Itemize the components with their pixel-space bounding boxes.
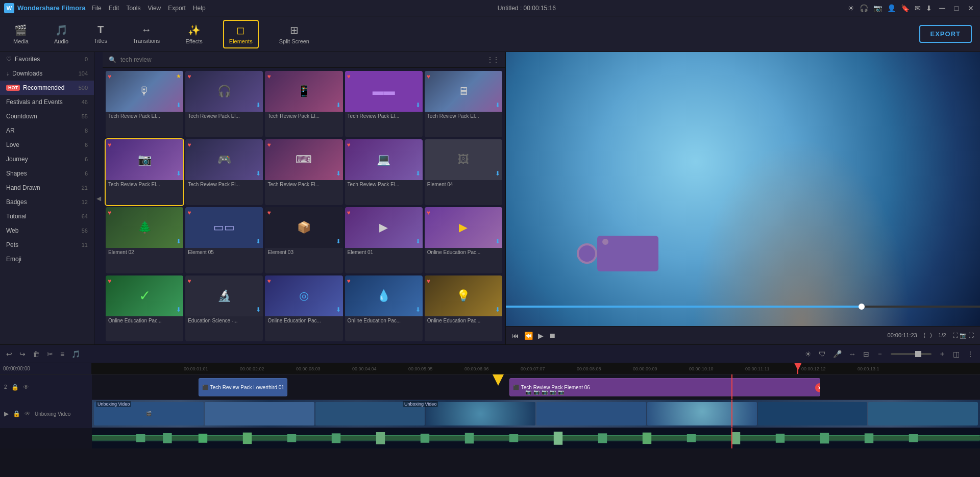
toolbar-media[interactable]: 🎬 Media [8,21,34,47]
category-handdrawn[interactable]: Hand Drawn 21 [0,181,94,195]
toolbar-splitscreen[interactable]: ⊞ Split Screen [274,21,314,47]
element-card-19[interactable]: ♥ 💡 ⬇ Online Education Pac... [425,275,502,342]
undo-tool[interactable]: ↩ [6,350,12,358]
element-card-15[interactable]: ♥ ✓ ⬇ Online Education Pac... [106,275,183,342]
track-1-eye-icon[interactable]: 👁 [24,410,31,417]
clip-tech-review-lowerthird[interactable]: ⬛ Tech Review Pack Lowerthird 01 [199,378,287,396]
render-icon[interactable]: ☀ [805,350,812,358]
clip-tech-review-element06[interactable]: ⬛ Tech Review Pack Element 06 📷 📷 📷 📷 📷 … [509,378,820,396]
split-view-icon[interactable]: ⊟ [863,350,869,358]
toolbar-transitions[interactable]: ↔ Transitions [128,21,165,47]
mix-icon[interactable]: ↔ [849,350,856,358]
category-festivals[interactable]: Festivals and Events 46 [0,95,94,109]
element-card-18[interactable]: ♥ 💧 ⬇ Online Education Pac... [345,275,423,342]
redo-tool[interactable]: ↪ [19,350,26,358]
settings-tool[interactable]: ≡ [60,350,64,358]
export-button[interactable]: EXPORT [919,25,972,43]
menu-view[interactable]: View [148,5,161,12]
category-tutorial[interactable]: Tutorial 64 [0,209,94,223]
element-card-17[interactable]: ♥ ◎ ⬇ Online Education Pac... [265,275,342,342]
track-1-lock-icon[interactable]: 🔒 [13,410,20,417]
toolbar-elements[interactable]: ◻ Elements [223,20,259,48]
element-card-5[interactable]: ♥ 📷 ⬇ Tech Review Pack El... [106,139,183,206]
category-favorites[interactable]: ♡ Favorites 0 [0,52,94,66]
download-icon[interactable]: ⬇ [926,4,932,12]
download-icon-7: ⬇ [336,170,341,177]
element-card-11[interactable]: ♥ ▭▭ ⬇ Element 05 [185,207,263,273]
element-card-14[interactable]: ♥ ▶ ⬇ Online Education Pac... [425,207,502,273]
category-downloads[interactable]: ↓ Downloads 104 [0,66,94,81]
element-card-9[interactable]: 🖼 ⬇ Element 04 [425,139,502,206]
close-button[interactable]: ✕ [966,4,976,12]
element-card-6[interactable]: ♥ 🎮 ⬇ Tech Review Pack El... [185,139,263,206]
element-card-13[interactable]: ♥ ▶ ⬇ Element 01 [345,207,423,273]
zoom-in-icon[interactable]: ＋ [939,349,946,359]
category-journey[interactable]: Journey 6 [0,152,94,166]
element-card-0[interactable]: ♥ ★ 🎙 ⬇ Tech Review Pack El... [106,71,183,137]
media-label: Media [13,38,29,44]
camera-icon[interactable]: 📷 [873,4,882,12]
bookmark-icon[interactable]: 🔖 [901,4,910,12]
category-love[interactable]: Love 6 [0,138,94,152]
delete-tool[interactable]: 🗑 [33,350,40,358]
toolbar-effects[interactable]: ✨ Effects [180,21,207,47]
mic-icon[interactable]: 🎤 [833,350,842,358]
element-card-4[interactable]: ♥ 🖥 ⬇ Tech Review Pack El... [425,71,502,137]
stop-button[interactable]: ⏹ [549,332,556,340]
step-back-button[interactable]: ⏪ [524,332,533,340]
element-card-10[interactable]: ♥ 🌲 ⬇ Element 02 [106,207,183,273]
panel-collapse-button[interactable]: ◀ [94,52,103,344]
heart-icon-19: ♥ [427,278,430,285]
preview-progress-bar[interactable] [506,306,980,308]
snapshot-icon[interactable]: 📷 [960,332,967,338]
menu-export[interactable]: Export [168,5,186,12]
preview-zoom-icon[interactable]: ⛶ [952,332,958,338]
element-card-3[interactable]: ♥ ▬▬ ⬇ Tech Review Pack El... [345,71,423,137]
toolbar-titles[interactable]: T Titles [89,21,112,47]
zoom-out-icon[interactable]: － [876,349,884,359]
element-card-7[interactable]: ♥ ⌨ ⬇ Tech Review Pack El... [265,139,342,206]
fullscreen-icon[interactable]: ⛶ [968,332,974,338]
sun-icon[interactable]: ☀ [848,4,854,12]
fit-icon[interactable]: ◫ [953,350,960,358]
headphone-icon[interactable]: 🎧 [860,4,868,12]
user-icon[interactable]: 👤 [887,4,896,12]
category-shapes[interactable]: Shapes 6 [0,166,94,181]
prev-frame-button[interactable]: ⏮ [512,332,519,340]
category-ar[interactable]: AR 8 [0,123,94,138]
cut-tool[interactable]: ✂ [47,350,53,358]
menu-tools[interactable]: Tools [126,5,140,12]
maximize-button[interactable]: □ [952,4,961,12]
toolbar-audio[interactable]: 🎵 Audio [49,21,74,47]
element-card-2[interactable]: ♥ 📱 ⬇ Tech Review Pack El... [265,71,342,137]
grid-options-icon[interactable]: ⋮⋮ [487,56,499,63]
search-input[interactable] [120,56,483,63]
category-countdown[interactable]: Countdown 55 [0,109,94,123]
titles-label: Titles [94,38,107,44]
menu-help[interactable]: Help [193,5,206,12]
minimize-button[interactable]: ─ [937,4,947,13]
category-pets[interactable]: Pets 11 [0,238,94,252]
menu-edit[interactable]: Edit [109,5,119,12]
element-card-12[interactable]: ♥ 📦 ⬇ Element 03 [265,207,342,273]
progress-handle[interactable] [859,304,865,310]
play-button[interactable]: ▶ [538,332,544,340]
audio-tool[interactable]: 🎵 [71,350,80,358]
category-emoji[interactable]: Emoji [0,252,94,266]
element-card-16[interactable]: ♥ 🔬 ⬇ Education Science -... [185,275,263,342]
track-2-eye-icon[interactable]: 👁 [23,384,29,391]
more-icon[interactable]: ⋮ [967,350,974,358]
mail-icon[interactable]: ✉ [915,4,921,12]
category-badges[interactable]: Badges 12 [0,195,94,209]
svg-rect-2 [92,435,980,436]
track-2-lock-icon[interactable]: 🔒 [11,384,19,391]
element-card-1[interactable]: ♥ 🎧 ⬇ Tech Review Pack El... [185,71,263,137]
category-recommended[interactable]: HOT Recommended 500 [0,81,94,95]
svg-rect-12 [465,433,474,444]
element-card-8[interactable]: ♥ 💻 ⬇ Tech Review Pack El... [345,139,423,206]
category-web[interactable]: Web 56 [0,223,94,238]
zoom-slider[interactable] [891,353,932,355]
element-name-11: Element 05 [185,248,263,257]
shield-icon[interactable]: 🛡 [819,350,826,358]
menu-file[interactable]: File [91,5,101,12]
